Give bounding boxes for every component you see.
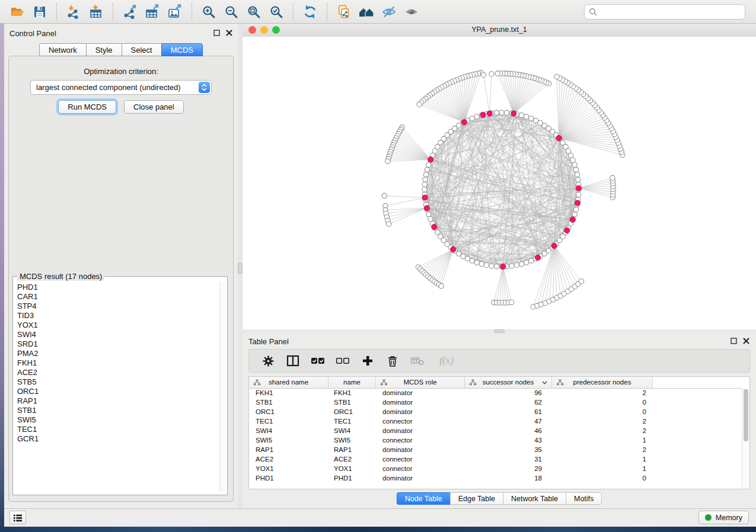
ring-node[interactable] bbox=[572, 162, 577, 167]
result-item[interactable]: CAR1 bbox=[17, 292, 219, 302]
export-network-icon[interactable] bbox=[119, 2, 141, 21]
leaf-node[interactable] bbox=[386, 222, 391, 226]
window-close-light[interactable] bbox=[248, 26, 256, 34]
mcds-node[interactable] bbox=[422, 195, 428, 200]
ring-node[interactable] bbox=[509, 264, 514, 268]
command-list-icon[interactable] bbox=[9, 511, 26, 524]
mcds-node[interactable] bbox=[511, 111, 516, 116]
result-item[interactable]: TID3 bbox=[17, 311, 219, 321]
result-item[interactable]: FKH1 bbox=[17, 358, 219, 368]
result-item[interactable]: RAP1 bbox=[17, 396, 219, 406]
tab-node-table[interactable]: Node Table bbox=[397, 492, 450, 505]
ring-node[interactable] bbox=[519, 261, 524, 266]
mcds-node[interactable] bbox=[424, 206, 429, 211]
ring-node[interactable] bbox=[524, 114, 529, 119]
ring-node[interactable] bbox=[514, 262, 519, 267]
ring-node[interactable] bbox=[494, 110, 499, 115]
result-item[interactable]: STP4 bbox=[17, 302, 219, 311]
ring-node[interactable] bbox=[489, 264, 494, 268]
table-row[interactable]: SWI4SWI4dominator462 bbox=[249, 426, 749, 435]
ring-node[interactable] bbox=[573, 167, 578, 172]
column-header-predecessor-nodes[interactable]: predecessor nodes bbox=[552, 377, 653, 388]
zoom-in-icon[interactable] bbox=[198, 2, 219, 21]
table-row[interactable]: STB1STB1dominator620 bbox=[249, 398, 749, 407]
ring-node[interactable] bbox=[426, 162, 431, 167]
search-input[interactable] bbox=[584, 4, 745, 20]
mcds-node[interactable] bbox=[551, 243, 557, 248]
network-canvas[interactable] bbox=[243, 37, 756, 329]
leaf-node[interactable] bbox=[481, 72, 486, 77]
table-row[interactable]: SWI5SWI5connector431 bbox=[249, 435, 749, 445]
ring-node[interactable] bbox=[494, 264, 499, 269]
import-network-icon[interactable] bbox=[63, 2, 84, 21]
deselect-all-icon[interactable] bbox=[333, 352, 352, 370]
ring-node[interactable] bbox=[575, 172, 579, 177]
tab-motifs[interactable]: Motifs bbox=[566, 492, 602, 505]
ring-node[interactable] bbox=[484, 262, 489, 267]
ring-node[interactable] bbox=[576, 177, 580, 182]
column-header-successor-nodes[interactable]: successor nodes bbox=[465, 377, 552, 388]
leaf-node[interactable] bbox=[554, 74, 559, 79]
result-item[interactable]: GCR1 bbox=[17, 434, 219, 444]
show-all-icon[interactable] bbox=[401, 2, 422, 21]
column-header-name[interactable]: name bbox=[328, 377, 376, 388]
mcds-node[interactable] bbox=[556, 135, 562, 140]
import-table-icon[interactable] bbox=[85, 2, 107, 21]
leaf-node[interactable] bbox=[509, 300, 513, 305]
result-item[interactable]: PHD1 bbox=[17, 283, 219, 292]
leaf-node[interactable] bbox=[495, 71, 500, 76]
result-item[interactable]: ACE2 bbox=[17, 368, 219, 377]
ring-node[interactable] bbox=[428, 217, 433, 222]
vertical-splitter-grip[interactable] bbox=[238, 263, 243, 274]
criterion-select[interactable]: largest connected component (undirected) bbox=[30, 80, 212, 95]
ring-node[interactable] bbox=[479, 261, 484, 266]
ring-node[interactable] bbox=[423, 177, 428, 182]
mcds-node[interactable] bbox=[570, 217, 575, 222]
delete-selected-icon[interactable] bbox=[383, 352, 402, 370]
result-item[interactable]: STB1 bbox=[17, 406, 219, 415]
settings-icon[interactable] bbox=[259, 352, 277, 370]
control-panel-close-button[interactable] bbox=[225, 29, 233, 37]
ring-node[interactable] bbox=[529, 258, 534, 263]
mcds-result-list[interactable]: PHD1CAR1STP4TID3YOX1SWI4SRD1PMA2FKH1ACE2… bbox=[17, 283, 219, 492]
ring-node[interactable] bbox=[422, 187, 427, 192]
table-scrollbar-thumb[interactable] bbox=[744, 389, 748, 441]
result-item[interactable]: SWI4 bbox=[17, 330, 219, 339]
leaf-node[interactable] bbox=[439, 284, 444, 289]
select-all-icon[interactable] bbox=[308, 352, 327, 370]
apply-function-icon[interactable]: f(x) bbox=[433, 352, 460, 370]
result-item[interactable]: TEC1 bbox=[17, 425, 219, 434]
leaf-node[interactable] bbox=[417, 102, 422, 107]
column-header-mcds-role[interactable]: MCDS role bbox=[376, 377, 465, 388]
tab-network-table[interactable]: Network Table bbox=[503, 492, 566, 505]
ring-node[interactable] bbox=[504, 110, 509, 115]
table-panel-close-button[interactable] bbox=[742, 337, 750, 345]
leaf-node[interactable] bbox=[489, 72, 494, 76]
tab-style[interactable]: Style bbox=[86, 43, 122, 56]
ring-node[interactable] bbox=[533, 118, 538, 123]
mcds-node[interactable] bbox=[500, 264, 506, 269]
zoom-selected-icon[interactable] bbox=[266, 2, 287, 21]
tab-select[interactable]: Select bbox=[122, 43, 161, 56]
ring-node[interactable] bbox=[425, 167, 429, 172]
table-row[interactable]: ACE2ACE2connector311 bbox=[249, 454, 749, 464]
export-table-icon[interactable] bbox=[142, 2, 163, 21]
mcds-node[interactable] bbox=[451, 246, 456, 252]
ring-node[interactable] bbox=[529, 116, 534, 121]
table-row[interactable]: FKH1FKH1dominator962 bbox=[249, 388, 749, 398]
refresh-view-icon[interactable] bbox=[299, 2, 321, 21]
ring-node[interactable] bbox=[474, 114, 479, 119]
column-header-shared-name[interactable]: shared name bbox=[249, 377, 328, 388]
mcds-node[interactable] bbox=[487, 111, 492, 116]
ring-node[interactable] bbox=[422, 182, 427, 187]
open-file-icon[interactable] bbox=[7, 2, 28, 21]
ring-node[interactable] bbox=[499, 110, 504, 115]
ring-node[interactable] bbox=[423, 172, 428, 177]
ring-node[interactable] bbox=[426, 212, 431, 217]
table-row[interactable]: PHD1PHD1dominator180 bbox=[249, 473, 749, 483]
tab-network[interactable]: Network bbox=[39, 43, 86, 56]
ring-node[interactable] bbox=[524, 260, 529, 265]
mcds-node[interactable] bbox=[575, 200, 580, 206]
table-row[interactable]: RAP1RAP1dominator352 bbox=[249, 445, 749, 454]
ring-node[interactable] bbox=[470, 258, 474, 263]
